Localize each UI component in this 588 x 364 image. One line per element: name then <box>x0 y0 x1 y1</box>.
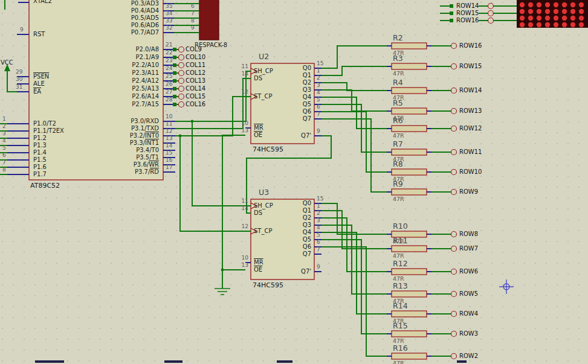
pin-name-overline: RD <box>150 168 159 175</box>
pin-number: 16 <box>166 158 172 163</box>
component-value: 74HC595 <box>253 282 283 289</box>
pin-number: 3 <box>317 83 320 88</box>
resistor-body[interactable] <box>392 291 427 297</box>
pin-number: 6 <box>317 104 320 110</box>
schematic-graphics <box>0 0 588 364</box>
component-ref: R9 <box>393 180 403 188</box>
pin-number: 12 <box>242 224 248 229</box>
resistor-body[interactable] <box>392 353 427 359</box>
pin-name-text: P3.5/T1 <box>136 154 159 161</box>
pin-name-text: P3.2/ <box>130 132 145 139</box>
pin-number: 5 <box>317 97 320 103</box>
resistor-body[interactable] <box>392 331 427 337</box>
pin-name: Q3 <box>303 87 311 93</box>
component-ref: R10 <box>393 223 408 230</box>
component-ref: U2 <box>259 53 269 60</box>
pin-name: Q5 <box>303 101 311 107</box>
pin-number: 25 <box>166 74 172 79</box>
pin-name-overline: WR <box>149 161 159 168</box>
pin-number: 11 <box>166 121 172 127</box>
pin-name: P2.0/A8 <box>135 46 159 53</box>
pin-number: 15 <box>317 61 323 66</box>
component-ref: R5 <box>393 100 403 107</box>
pin-number: 13 <box>242 128 248 133</box>
component-value: 47R <box>393 71 404 76</box>
pin-name: Q4 <box>303 229 311 235</box>
pin-name: Q0 <box>303 65 311 71</box>
pin-number: 30 <box>16 77 22 82</box>
pin-name: P2.3/A11 <box>132 70 159 76</box>
resistor-body[interactable] <box>392 246 427 252</box>
component-value: AT89C52 <box>30 182 60 189</box>
component-value: 74HC595 <box>253 146 283 153</box>
pin-name: ALE <box>33 81 45 87</box>
resistor-body[interactable] <box>392 126 427 132</box>
net-label: ROW9 <box>459 189 478 195</box>
pin-name-text: P3.3/ <box>130 139 145 146</box>
pin-name-text: P3.7/ <box>135 168 150 175</box>
pin-name: Q4 <box>303 94 311 100</box>
pin-name: P3.0/RXD <box>131 118 159 124</box>
dot-matrix-display[interactable] <box>517 0 588 28</box>
pin-name: PSEN <box>33 74 49 80</box>
pin-name-oe: OE <box>254 266 262 273</box>
pin-name: P3.6/WR <box>134 162 159 168</box>
pin-number: 21 <box>166 42 172 48</box>
net-label: ROW10 <box>459 169 482 175</box>
resistor-body[interactable] <box>392 269 427 275</box>
pin-name: MR <box>254 260 263 266</box>
pin-number: 28 <box>166 97 172 103</box>
pin-number: 9 <box>317 129 320 134</box>
pin-number: 7 <box>317 247 320 252</box>
component-value: 47R <box>393 253 404 258</box>
net-label: ROW6 <box>459 269 478 275</box>
net-label: ROW7 <box>459 246 478 252</box>
pin-name: Q2 <box>303 80 311 86</box>
pin-number: 24 <box>166 66 172 71</box>
component-ref: U3 <box>259 189 269 196</box>
net-label-vcc: VCC <box>1 60 13 66</box>
pin-number: 2 <box>317 211 320 216</box>
resistor-body[interactable] <box>392 43 427 49</box>
net-label: COL9 <box>186 46 202 53</box>
component-value: 47R <box>393 196 404 202</box>
pin-number: 6 <box>191 4 195 9</box>
pin-number: 26 <box>166 81 172 87</box>
pin-number: 22 <box>166 50 172 56</box>
net-label: ROW16 <box>459 43 482 49</box>
component-value: 47R <box>393 133 404 138</box>
respack-body[interactable] <box>199 0 219 40</box>
pin-name-mr: MR <box>254 259 263 266</box>
junction-dot <box>179 135 182 138</box>
pin-name-ea: EA <box>33 88 41 95</box>
pin-name-overline: INT0 <box>145 132 159 139</box>
pin-name: P0.6/AD6 <box>131 22 159 28</box>
pin-name: DS <box>254 75 262 81</box>
component-value: 47R <box>393 360 404 364</box>
pin-name: Q1 <box>303 72 311 78</box>
pin-name: P0.4/AD4 <box>131 8 159 14</box>
component-ref: R3 <box>393 55 403 62</box>
pin-name-text: P3.0/RXD <box>131 118 159 124</box>
pin-name: OE <box>254 132 262 138</box>
resistor-body[interactable] <box>392 108 427 114</box>
resistor-body[interactable] <box>392 189 427 195</box>
pin-name: Q7' <box>301 133 311 139</box>
resistor-body[interactable] <box>392 311 427 317</box>
pin-name: Q6 <box>303 244 311 250</box>
pin-number: 32 <box>166 25 172 31</box>
pin-number: 33 <box>166 18 172 24</box>
resistor-body[interactable] <box>392 63 427 69</box>
resistor-body[interactable] <box>392 169 427 175</box>
pin-name-oe: OE <box>254 132 262 138</box>
pin-number: 2 <box>2 124 6 129</box>
pin-number: 34 <box>166 11 172 16</box>
pin-number: 4 <box>2 138 6 144</box>
pin-number: 27 <box>166 89 172 95</box>
pin-name: P3.3/INT1 <box>130 140 159 146</box>
resistor-body[interactable] <box>392 88 427 94</box>
pin-number: 10 <box>242 255 248 261</box>
pin-name: P0.3/AD3 <box>131 1 159 7</box>
component-ref: R13 <box>393 283 408 290</box>
resistor-body[interactable] <box>392 149 427 155</box>
